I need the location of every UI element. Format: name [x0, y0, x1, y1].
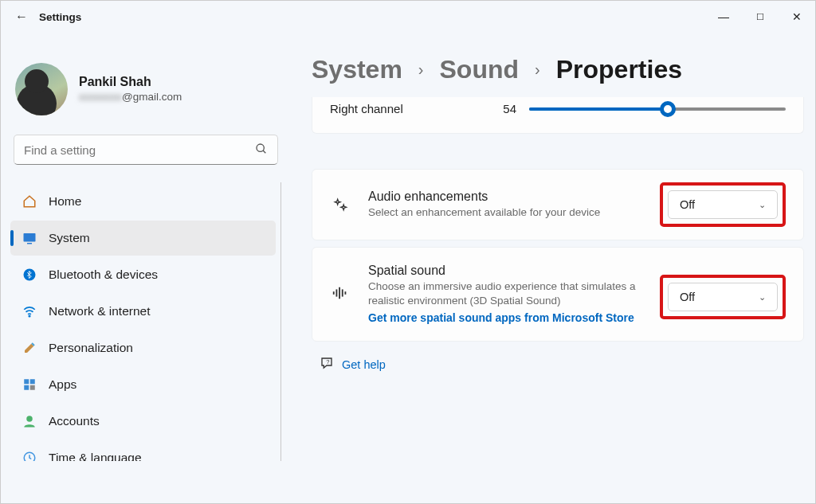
spatial-sound-card: Spatial sound Choose an immersive audio …: [312, 247, 804, 342]
get-help-label: Get help: [342, 358, 386, 371]
sidebar-item-label: Home: [49, 194, 81, 209]
audio-enh-dropdown[interactable]: Off ⌄: [668, 190, 778, 219]
spatial-store-link[interactable]: Get more spatial sound apps from Microso…: [368, 311, 634, 324]
sidebar-item-accounts[interactable]: Accounts: [10, 404, 276, 439]
spatial-title: Spatial sound: [368, 264, 642, 278]
sidebar-item-label: Personalization: [49, 341, 133, 355]
apps-icon: [22, 377, 37, 393]
sidebar-item-label: Time & language: [49, 451, 142, 461]
sidebar-item-apps[interactable]: Apps: [10, 367, 276, 402]
sidebar-item-label: System: [49, 231, 90, 245]
wifi-icon: [22, 303, 37, 319]
profile-name: Pankil Shah: [79, 75, 182, 89]
chevron-down-icon: ⌄: [759, 292, 766, 303]
svg-rect-6: [24, 379, 29, 384]
sidebar-item-label: Bluetooth & devices: [49, 268, 158, 282]
sidebar-item-label: Apps: [49, 377, 76, 392]
chevron-down-icon: ⌄: [759, 200, 766, 210]
svg-point-5: [29, 315, 30, 317]
svg-rect-8: [24, 385, 29, 390]
dropdown-value: Off: [680, 198, 695, 211]
sidebar-item-network[interactable]: Network & internet: [10, 294, 276, 329]
right-channel-label: Right channel: [330, 102, 473, 115]
sidebar-item-bluetooth[interactable]: Bluetooth & devices: [10, 257, 276, 292]
profile-email-prefix: xxxxxxxx: [79, 91, 122, 103]
breadcrumb-sound[interactable]: Sound: [440, 55, 520, 84]
home-icon: [22, 193, 37, 209]
audio-enhancements-card: Audio enhancements Select an enhancement…: [312, 169, 804, 240]
svg-rect-2: [24, 233, 36, 242]
profile-email-suffix: @gmail.com: [122, 91, 182, 103]
sidebar-item-label: Network & internet: [49, 304, 151, 318]
minimize-button[interactable]: —: [705, 3, 742, 30]
get-help-link[interactable]: ? Get help: [312, 356, 804, 373]
sidebar-item-system[interactable]: System: [10, 221, 276, 256]
highlight-annotation: Off ⌄: [660, 182, 786, 227]
svg-rect-3: [27, 243, 32, 244]
titlebar: ← Settings — ☐ ✕: [1, 1, 815, 33]
sidebar-item-personalization[interactable]: Personalization: [10, 330, 276, 365]
nav-list: Home System Bluetooth & devices Network …: [10, 182, 281, 461]
dropdown-value: Off: [680, 291, 695, 303]
search-icon: [255, 143, 268, 158]
sidebar-item-home[interactable]: Home: [10, 184, 276, 219]
clock-icon: [22, 450, 37, 461]
breadcrumb-current: Properties: [556, 55, 682, 84]
maximize-button[interactable]: ☐: [742, 3, 779, 30]
breadcrumb: System › Sound › Properties: [312, 55, 804, 84]
svg-text:?: ?: [326, 358, 329, 365]
back-button[interactable]: ←: [15, 10, 28, 24]
waveform-icon: [330, 284, 351, 302]
chevron-right-icon: ›: [418, 61, 424, 79]
search-input[interactable]: [24, 143, 255, 157]
app-title: Settings: [39, 11, 81, 23]
help-icon: ?: [320, 356, 334, 373]
svg-rect-7: [30, 379, 35, 384]
svg-rect-9: [30, 385, 35, 390]
right-channel-card: Right channel 54: [312, 97, 804, 134]
breadcrumb-system[interactable]: System: [312, 55, 402, 84]
chevron-right-icon: ›: [535, 61, 540, 79]
sidebar-item-label: Accounts: [49, 414, 100, 428]
svg-point-10: [26, 416, 33, 422]
paintbrush-icon: [22, 340, 37, 356]
sidebar-item-time[interactable]: Time & language: [10, 440, 276, 461]
close-button[interactable]: ✕: [779, 3, 815, 30]
main-content: System › Sound › Properties Right channe…: [312, 55, 804, 503]
audio-enh-title: Audio enhancements: [368, 189, 642, 204]
system-icon: [22, 230, 37, 246]
bluetooth-icon: [22, 267, 37, 283]
spatial-subtitle: Choose an immersive audio experience tha…: [368, 279, 639, 308]
highlight-annotation: Off ⌄: [660, 275, 786, 319]
svg-line-1: [263, 150, 265, 153]
audio-enh-subtitle: Select an enhancement available for your…: [368, 205, 639, 220]
search-input-wrap[interactable]: [14, 135, 278, 165]
right-channel-value: 54: [489, 102, 516, 115]
avatar: [15, 63, 68, 115]
accounts-icon: [22, 413, 37, 429]
sidebar: Pankil Shah xxxxxxxx@gmail.com Home Syst…: [10, 58, 281, 461]
spatial-dropdown[interactable]: Off ⌄: [668, 283, 778, 311]
sparkle-icon: [330, 197, 351, 213]
svg-point-0: [257, 144, 264, 151]
right-channel-slider[interactable]: [529, 107, 786, 111]
profile-block[interactable]: Pankil Shah xxxxxxxx@gmail.com: [10, 58, 281, 135]
